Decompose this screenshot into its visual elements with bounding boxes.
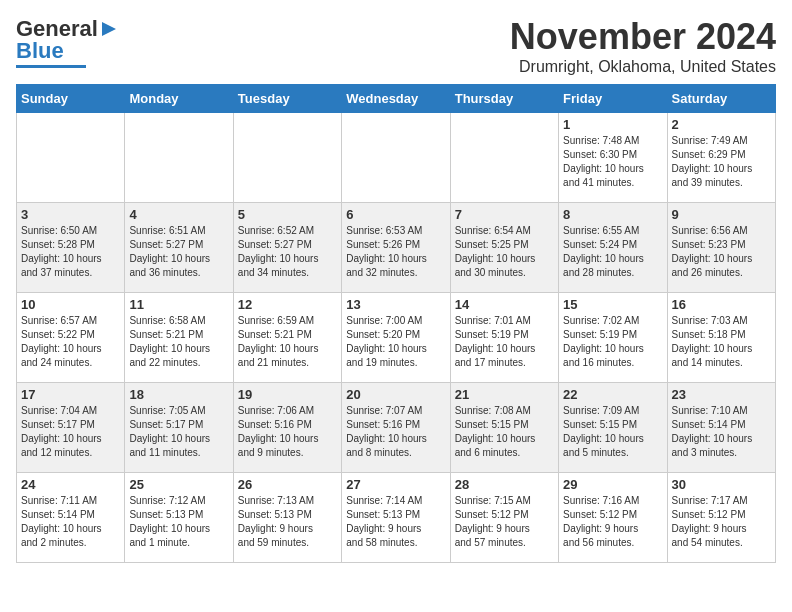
calendar-table: SundayMondayTuesdayWednesdayThursdayFrid… [16, 84, 776, 563]
day-number: 5 [238, 207, 337, 222]
day-number: 4 [129, 207, 228, 222]
day-info: Sunrise: 7:48 AM Sunset: 6:30 PM Dayligh… [563, 134, 662, 190]
day-number: 2 [672, 117, 771, 132]
calendar-cell: 7Sunrise: 6:54 AM Sunset: 5:25 PM Daylig… [450, 203, 558, 293]
day-info: Sunrise: 7:16 AM Sunset: 5:12 PM Dayligh… [563, 494, 662, 550]
day-info: Sunrise: 7:03 AM Sunset: 5:18 PM Dayligh… [672, 314, 771, 370]
day-number: 23 [672, 387, 771, 402]
subtitle: Drumright, Oklahoma, United States [510, 58, 776, 76]
day-number: 21 [455, 387, 554, 402]
day-info: Sunrise: 7:00 AM Sunset: 5:20 PM Dayligh… [346, 314, 445, 370]
day-number: 24 [21, 477, 120, 492]
week-row-1: 1Sunrise: 7:48 AM Sunset: 6:30 PM Daylig… [17, 113, 776, 203]
day-number: 17 [21, 387, 120, 402]
header-day-sunday: Sunday [17, 85, 125, 113]
logo-icon [98, 18, 120, 40]
calendar-cell: 28Sunrise: 7:15 AM Sunset: 5:12 PM Dayli… [450, 473, 558, 563]
day-number: 13 [346, 297, 445, 312]
day-number: 8 [563, 207, 662, 222]
logo: General Blue [16, 16, 120, 68]
day-number: 18 [129, 387, 228, 402]
calendar-cell: 8Sunrise: 6:55 AM Sunset: 5:24 PM Daylig… [559, 203, 667, 293]
calendar-cell: 21Sunrise: 7:08 AM Sunset: 5:15 PM Dayli… [450, 383, 558, 473]
calendar-cell: 9Sunrise: 6:56 AM Sunset: 5:23 PM Daylig… [667, 203, 775, 293]
calendar-cell: 6Sunrise: 6:53 AM Sunset: 5:26 PM Daylig… [342, 203, 450, 293]
day-info: Sunrise: 7:09 AM Sunset: 5:15 PM Dayligh… [563, 404, 662, 460]
day-info: Sunrise: 7:15 AM Sunset: 5:12 PM Dayligh… [455, 494, 554, 550]
day-number: 14 [455, 297, 554, 312]
day-info: Sunrise: 7:14 AM Sunset: 5:13 PM Dayligh… [346, 494, 445, 550]
day-number: 6 [346, 207, 445, 222]
calendar-cell [342, 113, 450, 203]
day-info: Sunrise: 6:50 AM Sunset: 5:28 PM Dayligh… [21, 224, 120, 280]
day-number: 15 [563, 297, 662, 312]
day-info: Sunrise: 7:01 AM Sunset: 5:19 PM Dayligh… [455, 314, 554, 370]
calendar-cell: 4Sunrise: 6:51 AM Sunset: 5:27 PM Daylig… [125, 203, 233, 293]
page-header: General Blue November 2024 Drumright, Ok… [16, 16, 776, 76]
day-number: 20 [346, 387, 445, 402]
day-number: 12 [238, 297, 337, 312]
calendar-cell [125, 113, 233, 203]
calendar-cell: 11Sunrise: 6:58 AM Sunset: 5:21 PM Dayli… [125, 293, 233, 383]
header-day-monday: Monday [125, 85, 233, 113]
day-number: 22 [563, 387, 662, 402]
day-info: Sunrise: 6:53 AM Sunset: 5:26 PM Dayligh… [346, 224, 445, 280]
day-info: Sunrise: 7:04 AM Sunset: 5:17 PM Dayligh… [21, 404, 120, 460]
day-info: Sunrise: 6:54 AM Sunset: 5:25 PM Dayligh… [455, 224, 554, 280]
day-info: Sunrise: 7:12 AM Sunset: 5:13 PM Dayligh… [129, 494, 228, 550]
calendar-cell: 14Sunrise: 7:01 AM Sunset: 5:19 PM Dayli… [450, 293, 558, 383]
day-number: 3 [21, 207, 120, 222]
calendar-cell: 24Sunrise: 7:11 AM Sunset: 5:14 PM Dayli… [17, 473, 125, 563]
calendar-cell [450, 113, 558, 203]
calendar-cell: 15Sunrise: 7:02 AM Sunset: 5:19 PM Dayli… [559, 293, 667, 383]
day-number: 11 [129, 297, 228, 312]
calendar-cell: 12Sunrise: 6:59 AM Sunset: 5:21 PM Dayli… [233, 293, 341, 383]
calendar-cell: 27Sunrise: 7:14 AM Sunset: 5:13 PM Dayli… [342, 473, 450, 563]
week-row-4: 17Sunrise: 7:04 AM Sunset: 5:17 PM Dayli… [17, 383, 776, 473]
title-block: November 2024 Drumright, Oklahoma, Unite… [510, 16, 776, 76]
day-info: Sunrise: 7:06 AM Sunset: 5:16 PM Dayligh… [238, 404, 337, 460]
day-number: 27 [346, 477, 445, 492]
day-info: Sunrise: 7:02 AM Sunset: 5:19 PM Dayligh… [563, 314, 662, 370]
calendar-cell: 13Sunrise: 7:00 AM Sunset: 5:20 PM Dayli… [342, 293, 450, 383]
main-title: November 2024 [510, 16, 776, 58]
day-info: Sunrise: 7:11 AM Sunset: 5:14 PM Dayligh… [21, 494, 120, 550]
day-info: Sunrise: 6:58 AM Sunset: 5:21 PM Dayligh… [129, 314, 228, 370]
day-info: Sunrise: 6:51 AM Sunset: 5:27 PM Dayligh… [129, 224, 228, 280]
day-info: Sunrise: 6:57 AM Sunset: 5:22 PM Dayligh… [21, 314, 120, 370]
calendar-cell: 18Sunrise: 7:05 AM Sunset: 5:17 PM Dayli… [125, 383, 233, 473]
calendar-cell: 20Sunrise: 7:07 AM Sunset: 5:16 PM Dayli… [342, 383, 450, 473]
calendar-cell: 10Sunrise: 6:57 AM Sunset: 5:22 PM Dayli… [17, 293, 125, 383]
calendar-cell: 23Sunrise: 7:10 AM Sunset: 5:14 PM Dayli… [667, 383, 775, 473]
day-number: 10 [21, 297, 120, 312]
day-number: 19 [238, 387, 337, 402]
day-info: Sunrise: 7:07 AM Sunset: 5:16 PM Dayligh… [346, 404, 445, 460]
header-day-friday: Friday [559, 85, 667, 113]
header-day-saturday: Saturday [667, 85, 775, 113]
day-number: 1 [563, 117, 662, 132]
day-info: Sunrise: 6:56 AM Sunset: 5:23 PM Dayligh… [672, 224, 771, 280]
header-day-thursday: Thursday [450, 85, 558, 113]
header-day-wednesday: Wednesday [342, 85, 450, 113]
calendar-cell: 25Sunrise: 7:12 AM Sunset: 5:13 PM Dayli… [125, 473, 233, 563]
day-number: 29 [563, 477, 662, 492]
calendar-cell: 2Sunrise: 7:49 AM Sunset: 6:29 PM Daylig… [667, 113, 775, 203]
calendar-cell: 29Sunrise: 7:16 AM Sunset: 5:12 PM Dayli… [559, 473, 667, 563]
header-row: SundayMondayTuesdayWednesdayThursdayFrid… [17, 85, 776, 113]
calendar-cell: 30Sunrise: 7:17 AM Sunset: 5:12 PM Dayli… [667, 473, 775, 563]
day-number: 26 [238, 477, 337, 492]
day-info: Sunrise: 7:13 AM Sunset: 5:13 PM Dayligh… [238, 494, 337, 550]
day-info: Sunrise: 6:52 AM Sunset: 5:27 PM Dayligh… [238, 224, 337, 280]
day-info: Sunrise: 7:17 AM Sunset: 5:12 PM Dayligh… [672, 494, 771, 550]
day-info: Sunrise: 6:55 AM Sunset: 5:24 PM Dayligh… [563, 224, 662, 280]
header-day-tuesday: Tuesday [233, 85, 341, 113]
calendar-cell: 16Sunrise: 7:03 AM Sunset: 5:18 PM Dayli… [667, 293, 775, 383]
calendar-cell [233, 113, 341, 203]
week-row-3: 10Sunrise: 6:57 AM Sunset: 5:22 PM Dayli… [17, 293, 776, 383]
day-number: 16 [672, 297, 771, 312]
logo-underline [16, 65, 86, 68]
calendar-cell: 17Sunrise: 7:04 AM Sunset: 5:17 PM Dayli… [17, 383, 125, 473]
day-number: 7 [455, 207, 554, 222]
calendar-cell: 3Sunrise: 6:50 AM Sunset: 5:28 PM Daylig… [17, 203, 125, 293]
calendar-cell [17, 113, 125, 203]
